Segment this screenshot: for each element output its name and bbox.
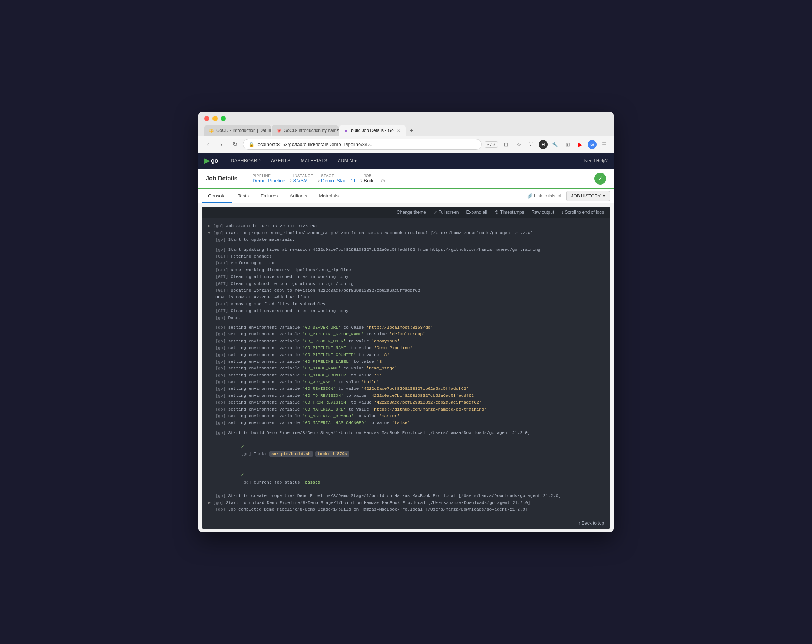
bc-stage-label: Stage bbox=[321, 174, 356, 178]
bc-stage: Stage Demo_Stage / 1 bbox=[321, 174, 356, 183]
grid-icon[interactable]: ⊞ bbox=[501, 139, 511, 150]
log-line: [go] setting environment variable 'GO_ST… bbox=[208, 372, 604, 379]
bc-pipeline-value[interactable]: Demo_Pipeline bbox=[252, 178, 285, 183]
tab-favicon-gocd-github: 🐙 bbox=[276, 128, 281, 133]
address-bar[interactable]: 🔒 localhost:8153/go/tab/build/detail/Dem… bbox=[243, 139, 482, 150]
app-content: ▶ go Dashboard Agents Materials Admin ▾ … bbox=[198, 153, 614, 528]
back-to-top-label: ↑ Back to top bbox=[578, 521, 604, 526]
nav-admin[interactable]: Admin ▾ bbox=[333, 153, 362, 169]
gocd-nav: ▶ go Dashboard Agents Materials Admin ▾ … bbox=[198, 153, 614, 169]
log-line: [go] setting environment variable 'GO_RE… bbox=[208, 385, 604, 392]
g-icon[interactable]: G bbox=[588, 140, 597, 149]
log-line: [go] Start updating files at revision 42… bbox=[208, 247, 604, 253]
logo-text: go bbox=[211, 157, 218, 164]
gocd-logo: ▶ go bbox=[204, 157, 218, 165]
log-line: ▶ [go] Job Started: 2021-10-20 11:43:26 … bbox=[208, 223, 604, 229]
youtube-icon[interactable]: ▶ bbox=[575, 139, 585, 150]
nav-agents[interactable]: Agents bbox=[266, 153, 296, 169]
tab-artifacts[interactable]: Artifacts bbox=[284, 189, 313, 203]
log-line: [GIT] Cleaning all unversioned files in … bbox=[208, 274, 604, 280]
console-body: ▶ [go] Job Started: 2021-10-20 11:43:26 … bbox=[202, 218, 610, 517]
puzzle-icon[interactable]: 🔧 bbox=[550, 139, 560, 150]
raw-output-button[interactable]: Raw output bbox=[532, 210, 554, 215]
zoom-badge: 67% bbox=[485, 141, 498, 148]
tab-close-build-details[interactable]: ✕ bbox=[396, 128, 401, 133]
collapse-arrow-1[interactable]: ▼ bbox=[208, 230, 211, 235]
bc-instance-label: Instance bbox=[293, 174, 313, 178]
bc-job-label: Job bbox=[364, 174, 374, 178]
menu-button[interactable]: ☰ bbox=[599, 139, 609, 150]
address-bar-row: ‹ › ↻ 🔒 localhost:8153/go/tab/build/deta… bbox=[198, 136, 614, 153]
browser-chrome: 🔱 GoCD - Introduction | Datum ✕ 🐙 GoCD-I… bbox=[198, 111, 614, 136]
log-line: [go] Start to build Demo_Pipeline/8/Demo… bbox=[208, 429, 604, 436]
log-line: [go] setting environment variable 'GO_TR… bbox=[208, 338, 604, 345]
toolbar-icons: ⊞ ☆ 🛡 H 🔧 ⊞ ▶ G ☰ bbox=[501, 139, 609, 150]
change-theme-button[interactable]: Change theme bbox=[397, 210, 426, 215]
log-line: [GIT] Cleaning all unversioned files in … bbox=[208, 308, 604, 314]
log-line: [go] setting environment variable 'GO_PI… bbox=[208, 331, 604, 338]
browser-window: 🔱 GoCD - Introduction | Datum ✕ 🐙 GoCD-I… bbox=[198, 111, 614, 532]
expand-arrow-2[interactable]: ▶ bbox=[208, 500, 211, 505]
need-help-link[interactable]: Need Help? bbox=[585, 158, 608, 163]
tab-materials[interactable]: Materials bbox=[313, 189, 345, 203]
bc-instance: Instance 8 VSM bbox=[293, 174, 313, 183]
log-line: [GIT] Reset working directory pipelines/… bbox=[208, 267, 604, 274]
log-line: [go] setting environment variable 'GO_PI… bbox=[208, 352, 604, 358]
bc-stage-value[interactable]: Demo_Stage / 1 bbox=[321, 178, 356, 183]
bc-arrow-3: › bbox=[360, 177, 362, 184]
job-history-button[interactable]: JOB HISTORY ▾ bbox=[566, 191, 610, 201]
bc-pipeline: Pipeline Demo_Pipeline bbox=[252, 174, 285, 183]
log-line-status: ✓ [go] Current job status: passed bbox=[208, 464, 604, 492]
tab-label-gocd-github: GoCD-Introduction by hamz bbox=[284, 128, 339, 133]
timestamps-button[interactable]: ⏱ Timestamps bbox=[495, 210, 524, 215]
job-status-value: passed bbox=[305, 480, 321, 485]
chevron-down-icon: ▾ bbox=[603, 193, 605, 199]
log-line: [GIT] Removing modified files in submodu… bbox=[208, 301, 604, 308]
scroll-to-end-button[interactable]: ↓ Scroll to end of logs bbox=[561, 210, 604, 215]
log-line: [go] Done. bbox=[208, 315, 604, 321]
apps-icon[interactable]: ⊞ bbox=[562, 139, 573, 150]
back-button[interactable]: ‹ bbox=[203, 139, 213, 150]
log-line: [go] setting environment variable 'GO_ST… bbox=[208, 365, 604, 371]
nav-items: Dashboard Agents Materials Admin ▾ bbox=[226, 153, 362, 169]
log-line: [GIT] Fetching changes bbox=[208, 253, 604, 260]
task-time-badge: took: 1.870s bbox=[315, 451, 349, 457]
bookmark-icon[interactable]: ☆ bbox=[513, 139, 524, 150]
link-to-tab[interactable]: 🔗 Link to this tab bbox=[527, 193, 563, 199]
maximize-button[interactable] bbox=[221, 116, 226, 121]
expand-arrow-1[interactable]: ▶ bbox=[208, 224, 211, 228]
expand-all-button[interactable]: Expand all bbox=[466, 210, 487, 215]
tab-favicon-gocd-intro: 🔱 bbox=[209, 128, 214, 133]
log-line: [GIT] Cleaning submodule configurations … bbox=[208, 280, 604, 287]
reload-button[interactable]: ↻ bbox=[229, 139, 240, 150]
log-line: [go] Start to update materials. bbox=[208, 236, 604, 243]
tab-gocd-intro[interactable]: 🔱 GoCD - Introduction | Datum ✕ bbox=[204, 125, 271, 136]
tab-build-details[interactable]: ▶ build Job Details - Go ✕ bbox=[339, 125, 406, 136]
console-area: Change theme ⤢ Fullscreen Expand all ⏱ T… bbox=[202, 207, 610, 528]
back-to-top[interactable]: ↑ Back to top bbox=[202, 518, 610, 529]
nav-materials[interactable]: Materials bbox=[296, 153, 333, 169]
settings-icon[interactable]: ⚙ bbox=[380, 177, 386, 184]
nav-dashboard[interactable]: Dashboard bbox=[226, 153, 266, 169]
log-line: ▼ [go] Start to prepare Demo_Pipeline/8/… bbox=[208, 230, 604, 236]
tab-gocd-github[interactable]: 🐙 GoCD-Introduction by hamz ✕ bbox=[272, 125, 339, 136]
h-icon[interactable]: H bbox=[539, 140, 548, 149]
tab-console[interactable]: Console bbox=[202, 189, 232, 203]
content-tabs: Console Tests Failures Artifacts Materia… bbox=[198, 189, 614, 203]
traffic-lights bbox=[204, 116, 608, 121]
bc-job-value: Build bbox=[364, 178, 374, 183]
tab-tests[interactable]: Tests bbox=[232, 189, 255, 203]
log-line-task: ✓ [go] Task: scripts/build.sh took: 1.87… bbox=[208, 436, 604, 464]
job-details-header: Job Details Pipeline Demo_Pipeline › Ins… bbox=[198, 169, 614, 189]
status-checkmark: ✓ bbox=[241, 472, 244, 478]
close-button[interactable] bbox=[204, 116, 209, 121]
new-tab-button[interactable]: + bbox=[406, 126, 417, 136]
minimize-button[interactable] bbox=[212, 116, 218, 121]
fullscreen-button[interactable]: ⤢ Fullscreen bbox=[433, 210, 459, 215]
job-success-badge: ✓ bbox=[594, 173, 606, 184]
shield-icon[interactable]: 🛡 bbox=[526, 139, 537, 150]
log-line: ▶ [go] Start to upload Demo_Pipeline/8/D… bbox=[208, 499, 604, 506]
forward-button[interactable]: › bbox=[216, 139, 227, 150]
tab-failures[interactable]: Failures bbox=[255, 189, 284, 203]
bc-instance-value[interactable]: 8 VSM bbox=[293, 178, 313, 183]
